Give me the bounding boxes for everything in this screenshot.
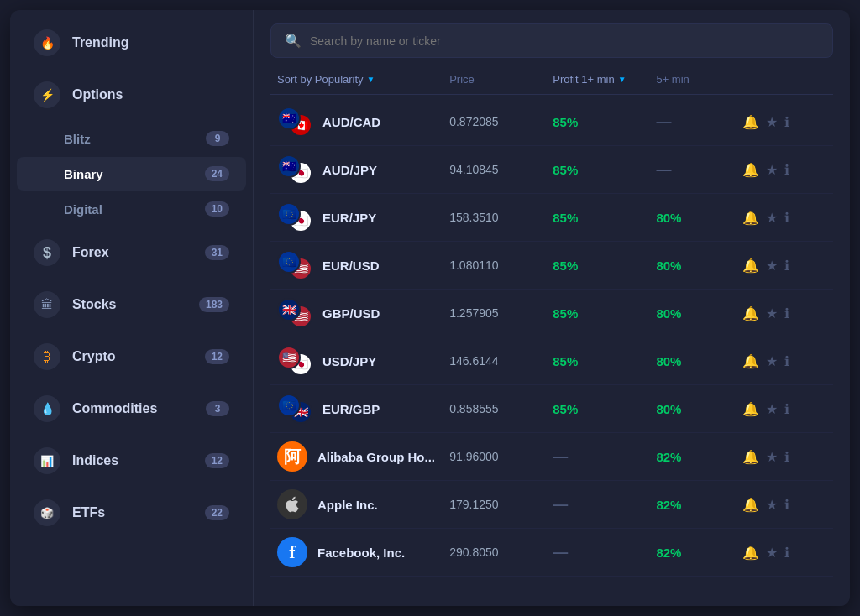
indices-badge: 12: [205, 453, 229, 468]
sidebar-item-trending[interactable]: 🔥 Trending: [17, 18, 246, 68]
sidebar-item-label: Indices: [72, 453, 205, 468]
bell-icon[interactable]: 🔔: [742, 210, 759, 226]
star-icon[interactable]: ★: [766, 449, 778, 465]
search-icon: 🔍: [285, 33, 302, 49]
sidebar-item-options[interactable]: ⚡ Options: [17, 70, 246, 120]
actions-cell: 🔔 ★ ℹ: [742, 114, 826, 130]
table-body: 🇦🇺 🇨🇦 AUD/CAD 0.872085 85% — 🔔 ★ ℹ: [270, 98, 833, 593]
star-icon[interactable]: ★: [766, 497, 778, 513]
bell-icon[interactable]: 🔔: [742, 353, 759, 369]
sidebar-item-blitz[interactable]: Blitz 9: [17, 122, 246, 155]
profit1-cell: 85%: [553, 306, 656, 321]
bell-icon[interactable]: 🔔: [742, 305, 759, 321]
actions-cell: 🔔 ★ ℹ: [742, 401, 826, 417]
asset-name: AUD/CAD: [322, 115, 380, 129]
info-icon[interactable]: ℹ: [784, 449, 789, 465]
indices-icon: 📊: [34, 447, 60, 474]
sort-arrow-icon: ▼: [367, 75, 375, 84]
info-icon[interactable]: ℹ: [784, 545, 789, 561]
table-row[interactable]: 🇦🇺 🇨🇦 AUD/CAD 0.872085 85% — 🔔 ★ ℹ: [270, 98, 833, 146]
trending-icon: 🔥: [34, 29, 60, 56]
info-icon[interactable]: ℹ: [784, 305, 789, 321]
star-icon[interactable]: ★: [766, 210, 778, 226]
star-icon[interactable]: ★: [766, 305, 778, 321]
header-price: Price: [449, 73, 553, 86]
star-icon[interactable]: ★: [766, 258, 778, 274]
etfs-badge: 22: [205, 505, 229, 520]
blitz-label: Blitz: [64, 132, 91, 146]
etfs-icon: 🎲: [34, 499, 60, 526]
bell-icon[interactable]: 🔔: [742, 449, 759, 465]
header-profit1[interactable]: Profit 1+ min ▼: [553, 73, 656, 86]
info-icon[interactable]: ℹ: [784, 114, 789, 130]
table-row[interactable]: 🇦🇺 🇯🇵 AUD/JPY 94.10845 85% — 🔔 ★ ℹ: [270, 146, 833, 194]
info-icon[interactable]: ℹ: [784, 162, 789, 178]
bell-icon[interactable]: 🔔: [742, 114, 759, 130]
info-icon[interactable]: ℹ: [784, 401, 789, 417]
table-row[interactable]: 🇬🇧 🇺🇸 GBP/USD 1.257905 85% 80% 🔔 ★ ℹ: [270, 290, 833, 337]
binary-badge: 24: [205, 166, 229, 181]
commodities-icon: 💧: [34, 395, 60, 422]
flag-au: 🇦🇺: [277, 154, 301, 178]
star-icon[interactable]: ★: [766, 162, 778, 178]
bell-icon[interactable]: 🔔: [742, 545, 759, 561]
star-icon[interactable]: ★: [766, 401, 778, 417]
table-row[interactable]: 🇪🇺 🇯🇵 EUR/JPY 158.3510 85% 80% 🔔 ★ ℹ: [270, 194, 833, 242]
sidebar-item-indices[interactable]: 📊 Indices 12: [17, 436, 246, 486]
price-cell: 146.6144: [449, 354, 553, 368]
bell-icon[interactable]: 🔔: [742, 497, 759, 513]
sidebar-item-commodities[interactable]: 💧 Commodities 3: [17, 384, 246, 434]
price-cell: 0.858555: [449, 402, 553, 415]
profit1-cell: 85%: [553, 115, 656, 129]
star-icon[interactable]: ★: [766, 114, 778, 130]
profit5-cell: 80%: [656, 211, 742, 225]
sidebar-item-label: Crypto: [72, 349, 205, 364]
bell-icon[interactable]: 🔔: [742, 258, 759, 274]
actions-cell: 🔔 ★ ℹ: [742, 305, 826, 321]
blitz-badge: 9: [206, 131, 229, 146]
asset-cell-facebook: f Facebook, Inc.: [277, 537, 449, 567]
sidebar-item-label: Forex: [72, 245, 205, 260]
info-icon[interactable]: ℹ: [784, 210, 789, 226]
bell-icon[interactable]: 🔔: [742, 162, 759, 178]
search-bar: 🔍: [270, 23, 833, 58]
info-icon[interactable]: ℹ: [784, 497, 789, 513]
star-icon[interactable]: ★: [766, 353, 778, 369]
sidebar-item-digital[interactable]: Digital 10: [17, 192, 246, 226]
profit5-cell: 80%: [656, 402, 742, 416]
binary-label: Binary: [64, 167, 103, 181]
sidebar-item-binary[interactable]: Binary 24: [17, 157, 246, 191]
asset-cell-gbp-usd: 🇬🇧 🇺🇸 GBP/USD: [277, 298, 449, 328]
info-icon[interactable]: ℹ: [784, 353, 789, 369]
profit1-cell: 85%: [553, 163, 656, 177]
table-row[interactable]: Apple Inc. 179.1250 — 82% 🔔 ★ ℹ: [270, 481, 833, 529]
forex-badge: 31: [205, 245, 229, 260]
bell-icon[interactable]: 🔔: [742, 401, 759, 417]
sidebar-item-crypto[interactable]: ₿ Crypto 12: [17, 331, 246, 382]
table-row[interactable]: 🇺🇸 🇯🇵 USD/JPY 146.6144 85% 80% 🔔 ★ ℹ: [270, 337, 833, 385]
header-sort-popularity[interactable]: Sort by Popularity ▼: [277, 73, 449, 86]
commodities-badge: 3: [206, 401, 229, 416]
sidebar-item-stocks[interactable]: 🏛 Stocks 183: [17, 279, 246, 330]
table-row[interactable]: 🇪🇺 🇺🇸 EUR/USD 1.080110 85% 80% 🔔 ★ ℹ: [270, 242, 833, 290]
actions-cell: 🔔 ★ ℹ: [742, 258, 826, 274]
flag-eu: 🇪🇺: [277, 202, 301, 226]
star-icon[interactable]: ★: [766, 545, 778, 561]
actions-cell: 🔔 ★ ℹ: [742, 497, 826, 513]
sidebar-item-forex[interactable]: $ Forex 31: [17, 227, 246, 278]
profit5-cell: 80%: [656, 354, 742, 368]
search-input[interactable]: [310, 34, 819, 48]
sidebar-item-etfs[interactable]: 🎲 ETFs 22: [17, 488, 246, 538]
flag-pair-aud-cad: 🇦🇺 🇨🇦: [277, 107, 312, 137]
profit5-cell: 82%: [656, 498, 742, 512]
table-row[interactable]: f Facebook, Inc. 290.8050 — 82% 🔔 ★ ℹ: [270, 529, 833, 577]
table-row[interactable]: 🇪🇺 🇬🇧 EUR/GBP 0.858555 85% 80% 🔔 ★ ℹ: [270, 385, 833, 433]
asset-cell-eur-jpy: 🇪🇺 🇯🇵 EUR/JPY: [277, 202, 449, 232]
asset-name: EUR/USD: [322, 258, 380, 273]
profit1-cell: 85%: [553, 211, 656, 225]
table-row[interactable]: 阿 Alibaba Group Ho... 91.96000 — 82% 🔔 ★…: [270, 433, 833, 481]
profit1-cell: —: [553, 496, 656, 514]
app-container: 🔥 Trending ⚡ Options Blitz 9 Binary 24 D…: [10, 10, 850, 606]
info-icon[interactable]: ℹ: [784, 258, 789, 274]
digital-badge: 10: [205, 201, 229, 217]
